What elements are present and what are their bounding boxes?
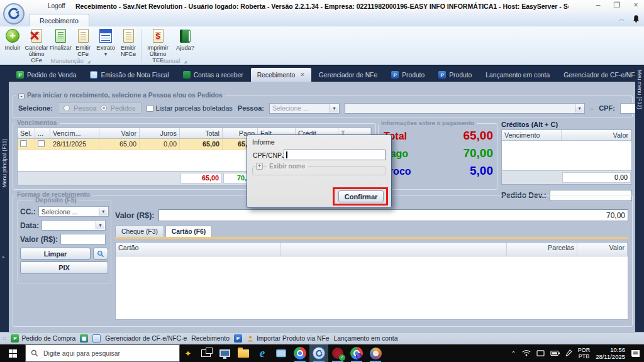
data-combo[interactable]	[42, 220, 106, 231]
valor-deposito-input[interactable]	[60, 234, 106, 244]
pen-icon[interactable]	[565, 349, 572, 357]
search-icon	[31, 349, 38, 357]
help-book-icon	[180, 30, 191, 43]
taskbar-app-blue[interactable]	[272, 344, 291, 362]
col-total[interactable]: Total	[180, 128, 223, 138]
col-juros[interactable]: Juros	[140, 128, 180, 138]
pessoa-nome-combo[interactable]	[345, 103, 585, 114]
search-button[interactable]	[93, 248, 108, 260]
row-flag-checkbox[interactable]	[38, 140, 45, 147]
col-cartao-valor[interactable]: Valor	[577, 243, 628, 256]
taskbar-internet-explorer[interactable]: e	[253, 344, 272, 362]
chrome-icon	[294, 347, 306, 359]
close-button[interactable]: ×	[631, 1, 640, 9]
tab-gerenciador-nfe[interactable]: Gerenciador de NFe	[313, 68, 384, 82]
creditos-title: Créditos (Alt + C)	[501, 121, 632, 128]
logoff-button[interactable]: Logoff	[48, 3, 65, 9]
close-tab-icon[interactable]	[300, 72, 305, 78]
task-view-button[interactable]	[196, 344, 215, 362]
ajuda-button[interactable]: Ajuda?	[172, 28, 198, 51]
taskbar-clock[interactable]: 10:56 28/11/2025	[596, 346, 625, 361]
finalizar-button[interactable]: Finalizar	[49, 28, 72, 51]
tab-cartao[interactable]: Cartão (F6)	[165, 226, 212, 237]
tab-cheque[interactable]: Cheque (F3)	[115, 226, 164, 237]
pessoa-combo[interactable]: Selecione ...	[269, 103, 340, 114]
col-credito-valor[interactable]: Valor	[562, 130, 631, 140]
extrato-button[interactable]: Extrato	[94, 28, 117, 58]
restore-button[interactable]: ❐	[613, 1, 621, 9]
collapse-toggle-icon[interactable]: -	[18, 93, 25, 99]
radio-pessoa[interactable]	[64, 105, 70, 111]
radio-pedidos[interactable]	[101, 105, 107, 111]
start-button[interactable]	[0, 344, 25, 362]
tab-produto-1[interactable]: P Produto	[385, 68, 431, 82]
savnet-icon	[313, 347, 325, 359]
col-cartao-extra[interactable]	[280, 243, 507, 256]
taskbar-savnet-app[interactable]	[309, 344, 328, 362]
app-logo-button[interactable]	[3, 3, 25, 25]
notification-center-icon[interactable]	[631, 349, 640, 358]
valor-rs-input[interactable]: 70,00	[158, 209, 628, 221]
col-dots[interactable]: ...	[35, 128, 50, 138]
listar-parcelas-checkbox[interactable]	[147, 105, 153, 112]
taskbar-search-input[interactable]: Digite aqui para pesquisar	[25, 344, 180, 362]
cc-combo[interactable]: Selecione ...	[38, 206, 109, 217]
expand-toggle-icon[interactable]: +	[256, 163, 263, 170]
minimize-button[interactable]: –	[594, 1, 602, 9]
ribbon-tab-recebimento[interactable]: Recebimento	[29, 14, 89, 26]
taskbar-paint-app[interactable]	[366, 344, 385, 362]
wifi-icon[interactable]	[522, 349, 531, 357]
col-sel[interactable]: Sel.	[18, 128, 35, 138]
tab-produto-2[interactable]: P Produto	[432, 68, 478, 82]
collapse-ribbon-icon[interactable]	[618, 16, 626, 22]
taskbar-chrome-profile[interactable]	[347, 344, 366, 362]
col-cartao[interactable]: Cartão	[116, 243, 280, 256]
emitir-cfe-button[interactable]: EmitirCFe	[72, 28, 94, 57]
deposito-caption: Depósito (F5)	[33, 197, 79, 204]
col-credito-vencimento[interactable]: Vencimento	[502, 130, 562, 140]
tab-recebimento[interactable]: Recebimento	[251, 68, 311, 82]
task-view-icon	[201, 349, 211, 357]
meu-menu-strip[interactable]: Meu menu (F12)	[635, 66, 644, 332]
statusbar-lancamento-conta[interactable]: Lançamento em conta	[334, 335, 398, 342]
language-indicator[interactable]: POR PTB	[578, 347, 591, 360]
taskbar-antivirus[interactable]	[328, 344, 347, 362]
battery-icon[interactable]	[550, 350, 560, 356]
tab-contas-a-receber[interactable]: Contas a receber	[177, 68, 250, 82]
taskbar-chrome[interactable]	[291, 344, 309, 362]
statusbar-recebimento[interactable]: Recebimento	[191, 335, 230, 342]
pessoa-label: Pessoa:	[238, 104, 264, 112]
taskbar-computer-app[interactable]	[215, 344, 234, 362]
tab-gerenciador-cfe-nfce[interactable]: Gerenciador de CF-e/NFC-e	[557, 68, 644, 82]
statusbar-icon-2[interactable]	[92, 334, 101, 343]
tray-expand-icon[interactable]: ⌃	[511, 350, 516, 357]
bell-icon[interactable]	[632, 14, 640, 23]
col-parcelas[interactable]: Parcelas	[507, 243, 577, 256]
statusbar-pedido-de-compra[interactable]: P Pedido de Compra	[11, 334, 75, 343]
statusbar-icon-1[interactable]: ▦	[80, 334, 88, 343]
pix-button[interactable]: PIX	[20, 261, 108, 274]
tab-pedido-de-venda[interactable]: P Pedido de Venda	[10, 68, 82, 82]
copilot-sparkle-icon[interactable]: ✦	[180, 349, 196, 358]
nota-fiscal-icon	[90, 71, 97, 79]
confirmar-button[interactable]: Confirmar	[338, 190, 384, 202]
contas-receber-icon	[183, 71, 191, 79]
col-vencimento[interactable]: Vencim...	[50, 128, 99, 138]
menu-principal-strip[interactable]: Menu principal (F11) ▸	[0, 66, 9, 332]
tab-emissao-nota-fiscal[interactable]: Emissão de Nota Fiscal	[84, 68, 175, 82]
limpar-button[interactable]: Limpar	[20, 248, 91, 260]
cpf-cnpj-input[interactable]	[284, 150, 386, 160]
plus-icon	[6, 29, 19, 43]
exibir-nome-label: Exibir nome	[267, 163, 308, 170]
incluir-button[interactable]: Incluir	[1, 28, 24, 51]
col-valor[interactable]: Valor	[99, 128, 140, 138]
emitir-nfce-button[interactable]: EmitirNFCe	[117, 28, 140, 57]
statusbar-gerenciador-cfe[interactable]: Gerenciador de CF-e/NFC-e	[105, 335, 187, 342]
taskbar-file-explorer[interactable]	[234, 344, 253, 362]
display-icon[interactable]	[536, 350, 545, 357]
tab-lancamento-em-conta[interactable]: Lançamento em conta	[479, 68, 556, 82]
data-label: Data:	[20, 221, 39, 230]
statusbar-produto-icon[interactable]: P	[234, 334, 242, 343]
row-select-checkbox[interactable]	[20, 140, 27, 147]
statusbar-importar-produto[interactable]: Importar Produto via NFe	[247, 335, 330, 343]
